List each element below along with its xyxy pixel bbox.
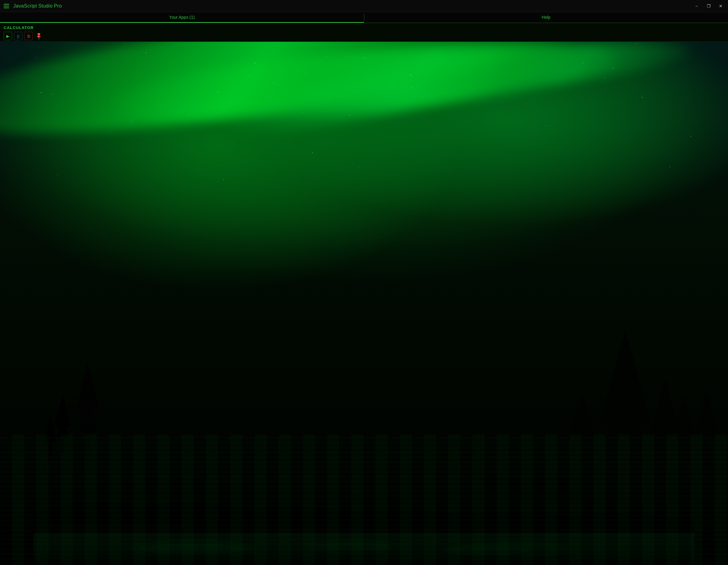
app-section: CALCULATOR ▶ {} 🗑 📌 — [0, 23, 728, 42]
app-name: CALCULATOR — [4, 25, 724, 30]
water-shimmer — [0, 434, 728, 565]
pin-button[interactable]: 📌 — [33, 31, 44, 41]
code-button[interactable]: {} — [14, 32, 22, 40]
menu-item-help[interactable]: Help — [364, 12, 728, 23]
menu-bar: Your Apps (1) Help — [0, 12, 728, 23]
menu-item-your-apps[interactable]: Your Apps (1) — [0, 12, 364, 23]
maximize-button[interactable]: ❐ — [705, 2, 712, 10]
code-icon: {} — [17, 34, 20, 38]
app-title: JavaScript Studio Pro — [13, 3, 62, 9]
minimize-button[interactable]: − — [693, 2, 700, 10]
title-bar: JavaScript Studio Pro − ❐ ✕ — [0, 0, 728, 12]
trash-icon: 🗑 — [27, 34, 31, 38]
title-bar-left: JavaScript Studio Pro — [4, 3, 62, 9]
svg-marker-19 — [695, 389, 718, 437]
play-icon: ▶ — [6, 34, 9, 38]
window-controls: − ❐ ✕ — [693, 2, 724, 10]
delete-button[interactable]: 🗑 — [24, 32, 33, 40]
close-button[interactable]: ✕ — [717, 2, 724, 10]
pin-icon: 📌 — [35, 32, 43, 40]
main-content — [0, 42, 728, 565]
hamburger-menu-button[interactable] — [4, 4, 9, 8]
run-button[interactable]: ▶ — [4, 32, 12, 40]
toolbar: ▶ {} 🗑 📌 — [4, 32, 724, 40]
